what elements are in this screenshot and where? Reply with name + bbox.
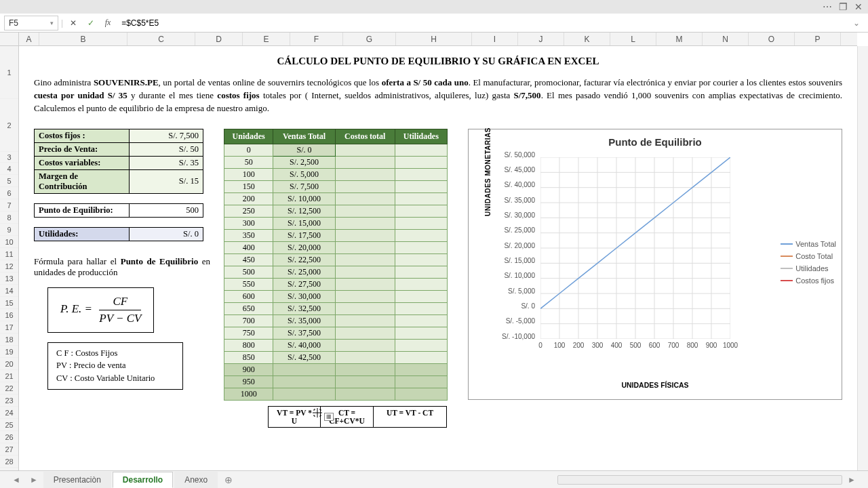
- table-row[interactable]: 300S/. 15,000: [224, 217, 448, 229]
- table-row[interactable]: 500S/. 25,000: [224, 266, 448, 278]
- formula-equation: P. E. = CFPV − CV: [47, 287, 154, 333]
- autofill-options-icon[interactable]: ▦: [324, 413, 334, 421]
- row-11[interactable]: 11: [0, 248, 18, 260]
- table-row[interactable]: 800S/. 40,000: [224, 339, 448, 351]
- table-row[interactable]: 1000: [224, 388, 448, 400]
- table-row[interactable]: 700S/. 35,000: [224, 314, 448, 327]
- pe-value[interactable]: 500: [130, 203, 203, 217]
- table-row[interactable]: 200S/. 10,000: [224, 192, 448, 205]
- row-22[interactable]: 22: [0, 382, 18, 394]
- row-19[interactable]: 19: [0, 346, 18, 358]
- fx-icon[interactable]: fx: [101, 18, 115, 28]
- add-sheet-icon[interactable]: ⊕: [219, 474, 238, 485]
- cancel-icon[interactable]: ✕: [66, 18, 81, 28]
- column-headers[interactable]: ABCDEFGHIJKLMNOP: [0, 33, 857, 46]
- row-13[interactable]: 13: [0, 272, 18, 285]
- col-N[interactable]: N: [703, 33, 749, 45]
- tab-presentacion[interactable]: Presentaciòn: [43, 472, 111, 488]
- select-all-corner[interactable]: [0, 33, 19, 45]
- tab-next-icon[interactable]: ►: [26, 475, 42, 485]
- table-row[interactable]: 550S/. 27,500: [224, 278, 448, 290]
- tab-desarrollo[interactable]: Desarrollo: [113, 472, 173, 488]
- tab-anexo[interactable]: Anexo: [174, 472, 218, 488]
- page-title: CÁLCULO DEL PUNTO DE EQUILIBRIO Y SU GRÁ…: [34, 56, 842, 67]
- col-D[interactable]: D: [195, 33, 243, 45]
- row-17[interactable]: 17: [0, 321, 18, 333]
- row-14[interactable]: 14: [0, 285, 18, 297]
- row-28[interactable]: 28: [0, 455, 18, 468]
- horizontal-scrollbar[interactable]: [557, 475, 842, 485]
- row-5[interactable]: 5: [0, 175, 18, 187]
- row-18[interactable]: 18: [0, 333, 18, 346]
- expand-formula-icon[interactable]: ⌄: [849, 18, 864, 28]
- table-row[interactable]: 150S/. 7,500: [224, 180, 448, 192]
- table-row[interactable]: 100S/. 5,000: [224, 168, 448, 180]
- col-B[interactable]: B: [39, 33, 127, 45]
- row-24[interactable]: 24: [0, 407, 18, 419]
- table-row[interactable]: 850S/. 42,500: [224, 351, 448, 363]
- col-A[interactable]: A: [19, 33, 39, 45]
- costos-variables-value[interactable]: S/. 35: [130, 156, 203, 169]
- row-10[interactable]: 10: [0, 236, 18, 248]
- row-3[interactable]: 3: [0, 152, 18, 163]
- row-headers[interactable]: 1234567891011121314151617181920212223242…: [0, 46, 19, 470]
- row-15[interactable]: 15: [0, 297, 18, 309]
- col-H[interactable]: H: [396, 33, 472, 45]
- col-C[interactable]: C: [127, 33, 195, 45]
- table-row[interactable]: 950: [224, 375, 448, 388]
- col-F[interactable]: F: [290, 33, 343, 45]
- col-L[interactable]: L: [610, 33, 656, 45]
- restore-icon[interactable]: ❐: [839, 1, 848, 12]
- table-row[interactable]: 450S/. 22,500: [224, 253, 448, 266]
- table-row[interactable]: 250S/. 12,500: [224, 205, 448, 217]
- col-J[interactable]: J: [518, 33, 564, 45]
- col-P[interactable]: P: [795, 33, 841, 45]
- data-table[interactable]: UnidadesVentas TotalCostos totalUtilidad…: [224, 129, 448, 401]
- row-7[interactable]: 7: [0, 199, 18, 211]
- row-27[interactable]: 27: [0, 443, 18, 455]
- utilidades-value[interactable]: S/. 0: [130, 227, 203, 241]
- table-row[interactable]: 50S/. 2,500: [224, 156, 448, 168]
- row-23[interactable]: 23: [0, 394, 18, 407]
- table-row[interactable]: 0S/. 0: [224, 144, 448, 156]
- row-26[interactable]: 26: [0, 431, 18, 443]
- row-8[interactable]: 8: [0, 211, 18, 224]
- chart[interactable]: Punto de Equilibrio UNIDADES MONETARIAS …: [468, 129, 842, 400]
- name-box[interactable]: F5: [4, 16, 58, 30]
- row-1[interactable]: 1: [0, 46, 18, 99]
- costos-fijos-value[interactable]: S/. 7,500: [130, 129, 203, 142]
- row-6[interactable]: 6: [0, 187, 18, 199]
- row-9[interactable]: 9: [0, 224, 18, 236]
- col-K[interactable]: K: [564, 33, 610, 45]
- formula-input[interactable]: [117, 16, 846, 30]
- row-21[interactable]: 21: [0, 370, 18, 382]
- costos-fijos-label: Costos fijos :: [35, 129, 130, 142]
- confirm-icon[interactable]: ✓: [83, 18, 98, 28]
- table-row[interactable]: 750S/. 37,500: [224, 327, 448, 339]
- margen-value[interactable]: S/. 15: [130, 169, 203, 193]
- col-M[interactable]: M: [656, 33, 703, 45]
- vertical-scrollbar[interactable]: [857, 46, 868, 470]
- scroll-right-icon[interactable]: ►: [844, 475, 860, 485]
- col-O[interactable]: O: [749, 33, 795, 45]
- col-G[interactable]: G: [343, 33, 396, 45]
- precio-venta-value[interactable]: S/. 50: [130, 142, 203, 156]
- table-row[interactable]: 400S/. 20,000: [224, 241, 448, 253]
- table-row[interactable]: 900: [224, 363, 448, 375]
- table-row[interactable]: 350S/. 17,500: [224, 229, 448, 241]
- more-icon[interactable]: ⋯: [823, 1, 832, 12]
- table-row[interactable]: 600S/. 30,000: [224, 290, 448, 302]
- row-12[interactable]: 12: [0, 260, 18, 272]
- row-29[interactable]: 29: [0, 468, 18, 470]
- col-header: Ventas Total: [273, 129, 336, 144]
- close-icon[interactable]: ✕: [854, 1, 863, 12]
- col-E[interactable]: E: [243, 33, 290, 45]
- row-25[interactable]: 25: [0, 419, 18, 431]
- row-4[interactable]: 4: [0, 163, 18, 175]
- row-20[interactable]: 20: [0, 358, 18, 370]
- tab-prev-icon[interactable]: ◄: [8, 475, 24, 485]
- table-row[interactable]: 650S/. 32,500: [224, 302, 448, 314]
- col-I[interactable]: I: [472, 33, 518, 45]
- row-2[interactable]: 2: [0, 99, 18, 152]
- row-16[interactable]: 16: [0, 309, 18, 321]
